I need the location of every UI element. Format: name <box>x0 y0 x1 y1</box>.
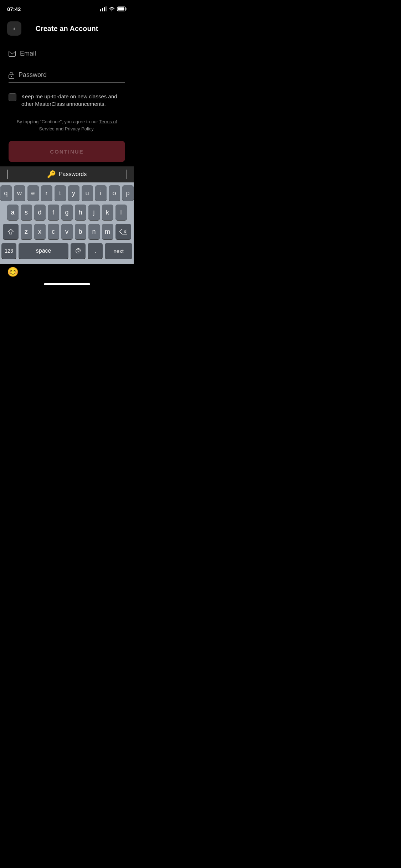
passwords-bar-label: Passwords <box>59 171 87 177</box>
key-m[interactable]: m <box>102 224 113 239</box>
key-i[interactable]: i <box>95 185 107 201</box>
key-q[interactable]: q <box>0 185 12 201</box>
key-v[interactable]: v <box>61 224 73 239</box>
svg-rect-6 <box>118 7 124 11</box>
email-row <box>9 50 125 61</box>
newsletter-label: Keep me up-to-date on new classes and ot… <box>21 93 125 108</box>
at-key[interactable]: @ <box>71 243 86 259</box>
key-j[interactable]: j <box>88 205 100 220</box>
status-bar: 07:42 <box>0 0 134 16</box>
key-y[interactable]: y <box>68 185 79 201</box>
key-l[interactable]: l <box>115 205 127 220</box>
form-area: Keep me up-to-date on new classes and ot… <box>0 43 134 169</box>
email-group <box>9 50 125 61</box>
terms-prefix: By tapping "Continue", you agree to our <box>17 119 99 124</box>
back-button[interactable]: ‹ <box>7 21 21 36</box>
key-t[interactable]: t <box>55 185 66 201</box>
page-title: Create an Account <box>21 25 112 33</box>
terms-text: By tapping "Continue", you agree to our … <box>9 118 125 132</box>
shift-key[interactable] <box>3 224 19 239</box>
signal-icon <box>100 6 107 11</box>
keyboard-row-4: 123 space @ . next <box>1 243 132 259</box>
numbers-key[interactable]: 123 <box>1 243 16 259</box>
continue-button[interactable]: CONTINUE <box>9 141 125 162</box>
key-e[interactable]: e <box>27 185 39 201</box>
key-icon: 🔑 <box>47 170 56 179</box>
key-o[interactable]: o <box>109 185 120 201</box>
key-a[interactable]: a <box>7 205 19 220</box>
key-b[interactable]: b <box>75 224 86 239</box>
key-k[interactable]: k <box>102 205 113 220</box>
svg-rect-2 <box>104 7 105 11</box>
newsletter-checkbox[interactable] <box>9 93 16 101</box>
key-n[interactable]: n <box>88 224 100 239</box>
delete-key[interactable] <box>115 224 131 239</box>
key-h[interactable]: h <box>75 205 86 220</box>
terms-and: and <box>55 126 65 131</box>
keyboard-row-1: q w e r t y u i o p <box>1 185 132 201</box>
svg-rect-1 <box>102 8 103 11</box>
next-key[interactable]: next <box>105 243 132 259</box>
svg-rect-0 <box>100 9 101 11</box>
svg-rect-5 <box>126 8 127 10</box>
key-s[interactable]: s <box>21 205 32 220</box>
key-g[interactable]: g <box>61 205 73 220</box>
key-f[interactable]: f <box>48 205 59 220</box>
key-x[interactable]: x <box>34 224 46 239</box>
status-icons <box>100 6 127 11</box>
email-input[interactable] <box>20 50 125 57</box>
battery-icon <box>117 6 127 11</box>
email-icon <box>9 51 16 57</box>
key-r[interactable]: r <box>41 185 52 201</box>
passwords-bar-content: 🔑 Passwords <box>47 170 87 179</box>
emoji-button[interactable]: 😊 <box>7 267 19 278</box>
keyboard-row-2: a s d f g h j k l <box>1 205 132 220</box>
svg-point-9 <box>11 76 12 77</box>
lock-icon <box>9 72 14 79</box>
passwords-bar: 🔑 Passwords <box>0 166 134 182</box>
space-key[interactable]: space <box>19 243 68 259</box>
key-d[interactable]: d <box>34 205 46 220</box>
privacy-policy-link[interactable]: Privacy Policy <box>65 126 93 131</box>
wifi-icon <box>109 6 115 11</box>
status-time: 07:42 <box>7 6 21 12</box>
password-row <box>9 71 125 83</box>
svg-rect-3 <box>106 6 107 11</box>
back-chevron-icon: ‹ <box>13 25 15 32</box>
keyboard-area: 🔑 Passwords q w e r t y u i o p a s d f … <box>0 166 134 289</box>
home-indicator <box>44 283 90 285</box>
password-input[interactable] <box>19 71 125 79</box>
keyboard-row-3: z x c v b n m <box>1 224 132 239</box>
home-indicator-bar <box>0 280 134 289</box>
newsletter-checkbox-row: Keep me up-to-date on new classes and ot… <box>9 93 125 108</box>
header: ‹ Create an Account <box>0 16 134 43</box>
emoji-row: 😊 <box>0 264 134 280</box>
key-w[interactable]: w <box>14 185 25 201</box>
keyboard-keys: q w e r t y u i o p a s d f g h j k l <box>0 182 134 264</box>
period-key[interactable]: . <box>88 243 103 259</box>
terms-period: . <box>93 126 95 131</box>
key-z[interactable]: z <box>21 224 32 239</box>
key-p[interactable]: p <box>122 185 134 201</box>
key-u[interactable]: u <box>82 185 93 201</box>
password-group <box>9 71 125 83</box>
key-c[interactable]: c <box>48 224 59 239</box>
